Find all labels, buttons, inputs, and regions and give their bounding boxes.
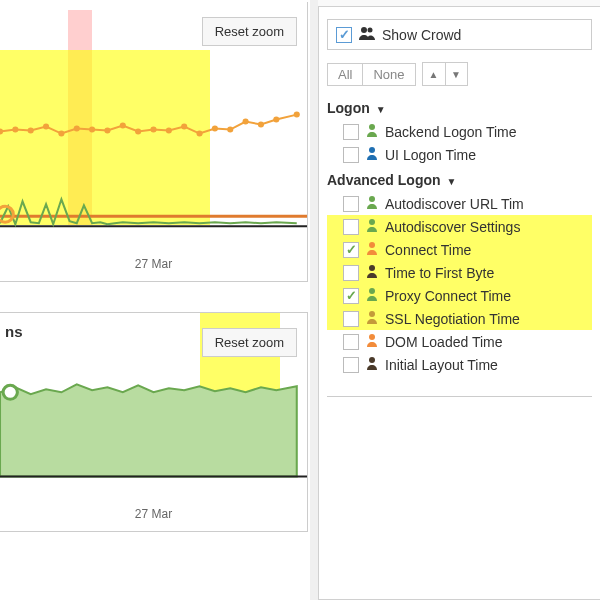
svg-point-35 — [369, 311, 375, 317]
svg-point-7 — [89, 127, 95, 133]
metric-groups: Logon ▼Backend Logon TimeUI Logon TimeAd… — [327, 100, 592, 376]
group-header-logon[interactable]: Logon ▼ — [327, 100, 592, 116]
person-icon — [365, 241, 379, 258]
metric-checkbox[interactable] — [343, 242, 359, 258]
metric-label: Time to First Byte — [385, 265, 494, 281]
metric-checkbox[interactable] — [343, 357, 359, 373]
metric-checkbox[interactable] — [343, 147, 359, 163]
select-all-button[interactable]: All — [328, 64, 362, 85]
metric-label: UI Logon Time — [385, 147, 476, 163]
svg-point-32 — [369, 242, 375, 248]
svg-point-15 — [212, 126, 218, 132]
svg-point-37 — [369, 357, 375, 363]
metric-item[interactable]: Backend Logon Time — [327, 120, 592, 143]
chart-1-x-tick: 27 Mar — [0, 257, 307, 271]
group-label: Advanced Logon — [327, 172, 441, 188]
svg-marker-23 — [0, 384, 297, 476]
metric-item[interactable]: Autodiscover Settings — [327, 215, 592, 238]
svg-point-5 — [58, 131, 64, 137]
metric-item[interactable]: Proxy Connect Time — [327, 284, 592, 307]
svg-point-26 — [361, 27, 367, 33]
person-icon — [365, 218, 379, 235]
svg-point-20 — [294, 112, 300, 118]
svg-point-14 — [196, 131, 202, 137]
metric-item[interactable]: SSL Negotiation Time — [327, 307, 592, 330]
svg-point-12 — [166, 128, 172, 134]
person-icon — [365, 356, 379, 373]
metric-label: SSL Negotiation Time — [385, 311, 520, 327]
show-crowd-checkbox[interactable] — [336, 27, 352, 43]
move-down-button[interactable]: ▼ — [445, 63, 467, 85]
metric-item[interactable]: Autodiscover URL Tim — [327, 192, 592, 215]
svg-point-4 — [43, 124, 49, 130]
chart-2: ns Reset zoom 27 Mar — [0, 312, 308, 532]
svg-point-18 — [258, 122, 264, 128]
person-icon — [365, 195, 379, 212]
person-icon — [365, 310, 379, 327]
metric-label: Autodiscover URL Tim — [385, 196, 524, 212]
metric-label: Backend Logon Time — [385, 124, 517, 140]
metric-label: Autodiscover Settings — [385, 219, 520, 235]
person-icon — [365, 287, 379, 304]
select-none-button[interactable]: None — [362, 64, 414, 85]
charts-panel: Reset zoom 27 Mar ns Reset zoom 27 Mar — [0, 0, 310, 600]
svg-point-17 — [243, 119, 249, 125]
person-icon — [365, 333, 379, 350]
chart-1-plot — [0, 2, 307, 281]
svg-point-16 — [227, 127, 233, 133]
chevron-down-icon: ▼ — [446, 176, 456, 187]
person-icon — [365, 146, 379, 163]
svg-point-31 — [369, 219, 375, 225]
svg-point-11 — [150, 127, 156, 133]
show-crowd-toggle[interactable]: Show Crowd — [327, 19, 592, 50]
move-up-button[interactable]: ▲ — [423, 63, 445, 85]
svg-point-3 — [28, 128, 34, 134]
person-icon — [365, 264, 379, 281]
all-none-group: All None — [327, 63, 416, 86]
metric-checkbox[interactable] — [343, 124, 359, 140]
metric-label: Connect Time — [385, 242, 471, 258]
person-icon — [365, 123, 379, 140]
metric-label: Proxy Connect Time — [385, 288, 511, 304]
show-crowd-label: Show Crowd — [382, 27, 461, 43]
metric-checkbox[interactable] — [343, 288, 359, 304]
svg-point-8 — [104, 128, 110, 134]
svg-point-2 — [12, 127, 18, 133]
svg-point-34 — [369, 288, 375, 294]
svg-point-19 — [273, 117, 279, 123]
svg-point-29 — [369, 147, 375, 153]
metric-checkbox[interactable] — [343, 196, 359, 212]
metric-checkbox[interactable] — [343, 265, 359, 281]
selection-controls: All None ▲ ▼ — [327, 62, 592, 86]
svg-point-10 — [135, 129, 141, 135]
metric-checkbox[interactable] — [343, 311, 359, 327]
metric-label: DOM Loaded Time — [385, 334, 503, 350]
reorder-group: ▲ ▼ — [422, 62, 468, 86]
svg-point-36 — [369, 334, 375, 340]
metric-label: Initial Layout Time — [385, 357, 498, 373]
metric-item[interactable]: Time to First Byte — [327, 261, 592, 284]
svg-point-27 — [368, 28, 373, 33]
svg-point-30 — [369, 196, 375, 202]
chevron-down-icon: ▼ — [376, 104, 386, 115]
svg-point-9 — [120, 123, 126, 129]
metric-item[interactable]: Initial Layout Time — [327, 353, 592, 376]
chart-1: Reset zoom 27 Mar — [0, 2, 308, 282]
svg-point-28 — [369, 124, 375, 130]
svg-point-1 — [0, 129, 3, 135]
group-label: Logon — [327, 100, 370, 116]
svg-point-33 — [369, 265, 375, 271]
svg-point-6 — [74, 126, 80, 132]
metric-checkbox[interactable] — [343, 334, 359, 350]
chart-2-plot — [0, 313, 307, 531]
group-header-advanced-logon[interactable]: Advanced Logon ▼ — [327, 172, 592, 188]
metric-item[interactable]: Connect Time — [327, 238, 592, 261]
svg-point-25 — [3, 385, 17, 399]
bottom-separator — [327, 396, 592, 426]
metric-item[interactable]: DOM Loaded Time — [327, 330, 592, 353]
metric-checkbox[interactable] — [343, 219, 359, 235]
crowd-icon — [358, 26, 376, 43]
legend-panel: Show Crowd All None ▲ ▼ Logon ▼Backend L… — [318, 6, 600, 600]
metric-item[interactable]: UI Logon Time — [327, 143, 592, 166]
svg-point-13 — [181, 124, 187, 130]
